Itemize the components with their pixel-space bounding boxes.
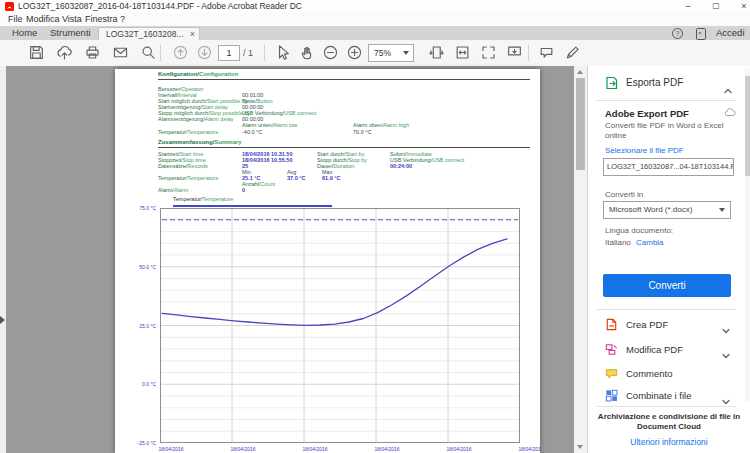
chevron-down-icon[interactable] <box>722 346 730 354</box>
y-axis-tick: 75.0 °C <box>115 205 156 211</box>
mobile-device-icon[interactable] <box>696 28 706 40</box>
convert-to-label: Converti in <box>605 190 643 199</box>
temperature-chart <box>160 208 520 443</box>
scroll-up-icon[interactable] <box>577 70 583 74</box>
scroll-down-icon[interactable] <box>577 445 583 449</box>
format-dropdown[interactable]: Microsoft Word (*.docx) <box>603 201 731 219</box>
doc-text: -40.0 °C <box>242 129 262 135</box>
export-card-subtitle: Converti file PDF in Word o Excel online <box>605 121 730 141</box>
tool-commento[interactable]: Commento <box>588 363 750 385</box>
tab-close-icon[interactable]: × <box>190 28 195 40</box>
select-file-link[interactable]: Selezionare il file PDF <box>605 146 684 155</box>
tool-modifica-pdf[interactable]: Modifica PDF <box>588 339 750 361</box>
hand-tool-icon[interactable] <box>298 44 315 61</box>
left-pane-toggle-icon[interactable] <box>0 316 5 324</box>
page-total-label: / 1 <box>243 45 253 61</box>
convert-button[interactable]: Converti <box>603 274 731 297</box>
fullscreen-icon[interactable] <box>480 44 497 61</box>
doc-text: 61.9 °C <box>322 175 340 181</box>
doc-text: 18/04/2016 10.55.50 <box>242 157 292 163</box>
footer-title-line2: Document Cloud <box>594 422 744 432</box>
tab-strumenti[interactable]: Strumenti <box>50 26 91 40</box>
y-axis-tick: -25.0 °C <box>115 440 156 446</box>
previous-page-icon[interactable] <box>172 44 189 61</box>
comment-bubble-icon[interactable] <box>538 44 555 61</box>
doc-text: Datensätze/Records <box>158 163 208 169</box>
doc-text: 37.0 °C <box>287 175 305 181</box>
menu-help[interactable]: ? <box>120 13 125 26</box>
x-axis-tick: 18/04/2016 <box>440 446 478 452</box>
panel-scrollbar-thumb[interactable] <box>745 76 750 176</box>
doc-text: Alarm/Alarm <box>158 187 188 193</box>
chevron-down-icon[interactable] <box>722 392 730 400</box>
doc-text: Temperatur/Temperature <box>158 129 218 135</box>
main-toolbar: 1 / 1 75% <box>0 40 750 67</box>
upload-cloud-icon[interactable] <box>56 44 73 61</box>
create-pdf-icon <box>604 317 619 332</box>
panel-divider <box>596 100 736 101</box>
chevron-down-icon[interactable] <box>722 321 730 329</box>
zoom-level-value: 75% <box>374 45 391 61</box>
left-pane-strip <box>0 66 6 453</box>
window-title: LOG32T_16032087_2016-04-18T103144.PDF - … <box>18 0 302 13</box>
menu-finestra[interactable]: Finestra <box>85 13 118 26</box>
toolbar-divider <box>264 45 265 61</box>
scrollbar-thumb[interactable] <box>576 78 585 170</box>
footer-more-info-link[interactable]: Ulteriori informazioni <box>594 437 744 447</box>
tab-document[interactable]: LOG32T_1603208... × <box>98 27 200 41</box>
selected-file-field[interactable]: LOG32T_16032087...04-18T103144.PDF <box>603 158 734 176</box>
search-icon[interactable] <box>140 44 157 61</box>
sign-in-link[interactable]: Accedi <box>716 26 745 40</box>
fit-page-icon[interactable] <box>454 44 471 61</box>
document-scrollbar[interactable] <box>574 66 587 453</box>
acrobat-logo-icon <box>5 2 14 11</box>
language-change-link[interactable]: Cambia <box>636 238 664 247</box>
edit-pdf-icon <box>604 342 619 357</box>
page-scrolling-view-icon[interactable] <box>428 44 445 61</box>
toolbar-divider <box>160 45 161 61</box>
export-pdf-icon <box>604 75 620 91</box>
doc-text: 70.0 °C <box>353 129 371 135</box>
menu-modifica[interactable]: Modifica <box>26 13 60 26</box>
panel-scrollbar[interactable] <box>745 68 750 402</box>
language-value: Italiano <box>605 238 631 247</box>
collapse-chevron-icon[interactable] <box>724 81 732 89</box>
menu-vista[interactable]: Vista <box>62 13 82 26</box>
menu-file[interactable]: File <box>8 13 23 26</box>
help-icon[interactable]: ? <box>672 28 683 39</box>
tool-crea-pdf[interactable]: Crea PDF <box>588 314 750 336</box>
highlighter-pen-icon[interactable] <box>564 44 581 61</box>
close-button[interactable]: × <box>732 0 750 13</box>
x-axis-tick: 18/04/2016 <box>296 446 334 452</box>
save-icon[interactable] <box>28 44 45 61</box>
next-page-icon[interactable] <box>196 44 213 61</box>
language-label: Lingua documento: <box>605 226 673 235</box>
print-icon[interactable] <box>84 44 101 61</box>
tool-label: Commento <box>626 363 672 385</box>
title-bar: LOG32T_16032087_2016-04-18T103144.PDF - … <box>0 0 750 13</box>
doc-text: 0 <box>242 187 245 193</box>
cloud-icon <box>724 108 736 117</box>
section-rule <box>158 147 530 148</box>
x-axis-tick: 18/04/2016 <box>152 446 190 452</box>
page-number-input[interactable]: 1 <box>218 45 240 61</box>
maximize-button[interactable]: ▢ <box>704 0 728 13</box>
minimize-button[interactable]: – <box>676 0 700 13</box>
panel-header-label[interactable]: Esporta PDF <box>626 77 683 88</box>
y-axis-tick: 50.0 °C <box>115 264 156 270</box>
select-tool-icon[interactable] <box>274 44 291 61</box>
panel-divider <box>596 309 736 310</box>
tab-home[interactable]: Home <box>12 26 37 40</box>
x-axis-tick: 18/04/2016 <box>224 446 262 452</box>
zoom-level-dropdown[interactable]: 75% <box>368 44 414 62</box>
doc-text: Alarmverzögerung/Alarm delay <box>158 116 234 122</box>
menu-bar: File Modifica Vista Finestra ? <box>0 13 750 26</box>
pdf-page: Konfiguration/ConfigurationBenutzer/Oper… <box>115 69 540 453</box>
zoom-in-icon[interactable] <box>346 44 363 61</box>
y-axis-tick: 0.0 °C <box>115 381 156 387</box>
tool-combinate-file[interactable]: Combinate i file <box>588 385 750 407</box>
section-rule <box>158 79 530 80</box>
zoom-out-icon[interactable] <box>322 44 339 61</box>
email-icon[interactable] <box>112 44 129 61</box>
presentation-icon[interactable] <box>506 44 523 61</box>
